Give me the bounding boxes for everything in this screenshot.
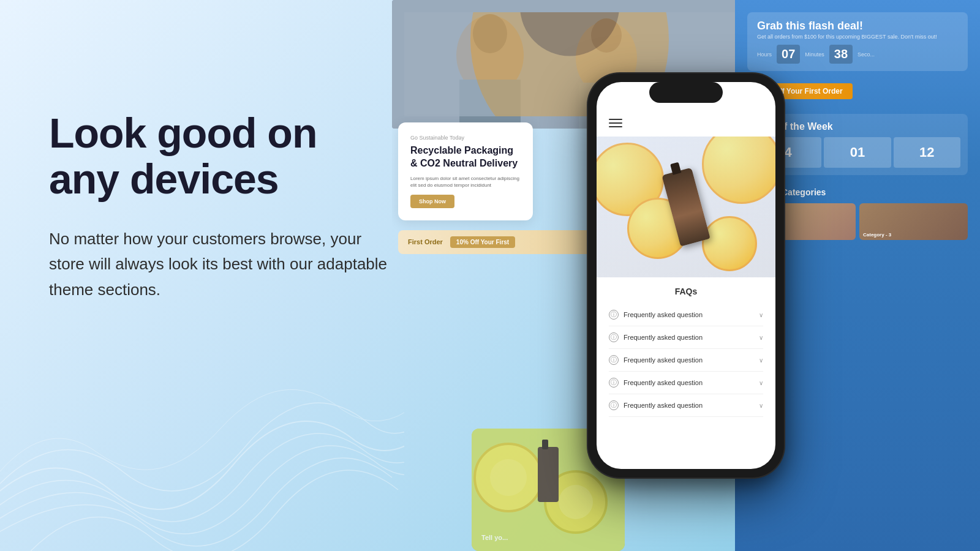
svg-rect-3 [459,80,521,129]
hamburger-line-3 [609,126,622,127]
flash-deal-subtitle: Get all orders from $100 for this upcomi… [757,34,958,40]
timer-minutes-box: 38 [829,45,853,64]
faq-chevron-3: ∨ [759,357,763,364]
svg-point-5 [591,18,622,53]
lemon-product-label: Tell yo... [481,534,508,541]
faq-text-2: Frequently asked question [624,334,703,341]
svg-point-9 [490,459,527,496]
faq-left-2: ⓘ Frequently asked question [609,332,703,342]
hamburger-line-2 [609,122,622,124]
faq-text-1: Frequently asked question [624,311,703,318]
eco-card: Go Sustainable Today Recyclable Packagin… [398,122,533,220]
deal-week-title: Deal of the Week [755,121,960,132]
faq-item-3[interactable]: ⓘ Frequently asked question ∨ [609,349,763,372]
deal-week-item-2: 01 [824,137,891,168]
faq-info-icon-4: ⓘ [609,378,619,388]
eco-card-title: Recyclable Packaging & CO2 Neutral Deliv… [410,144,521,170]
eco-shop-now-button[interactable]: Shop Now [410,195,454,208]
eco-card-subtitle: Go Sustainable Today [410,135,521,141]
faq-info-icon-5: ⓘ [609,400,619,410]
faq-info-icon-2: ⓘ [609,332,619,342]
category-label-2: Category - 3 [863,232,891,238]
deal-week-grid: 4 01 12 [755,137,960,168]
faq-item-4[interactable]: ⓘ Frequently asked question ∨ [609,372,763,394]
faq-chevron-1: ∨ [759,312,763,318]
dynamic-island [649,82,723,103]
deal-number-3: 12 [919,144,934,160]
svg-point-1 [456,15,524,95]
hamburger-line-1 [609,119,622,120]
minutes-label: Minutes [805,51,824,58]
faq-item-2[interactable]: ⓘ Frequently asked question ∨ [609,326,763,349]
phone-product-image [597,137,775,277]
phone-frame: FAQs ⓘ Frequently asked question ∨ ⓘ Fre… [588,73,784,478]
faq-info-icon-1: ⓘ [609,310,619,320]
faq-text-3: Frequently asked question [624,356,703,364]
timer-hours-box: 07 [777,45,800,64]
faq-left-5: ⓘ Frequently asked question [609,400,703,410]
deal-number-1: 4 [785,144,792,160]
left-section: Look good on any devices No matter how y… [49,110,392,302]
faq-left-1: ⓘ Frequently asked question [609,310,703,320]
deal-week-item-3: 12 [894,137,960,168]
faq-chevron-2: ∨ [759,334,763,341]
svg-rect-13 [542,440,548,449]
faq-info-icon-3: ⓘ [609,355,619,365]
faq-item-1[interactable]: ⓘ Frequently asked question ∨ [609,304,763,326]
faq-item-5[interactable]: ⓘ Frequently asked question ∨ [609,394,763,417]
svg-point-2 [473,14,507,53]
phone-screen: FAQs ⓘ Frequently asked question ∨ ⓘ Fre… [597,82,775,469]
faq-chevron-4: ∨ [759,380,763,386]
flash-deal-banner: Grab this flash deal! Get all orders fro… [747,12,968,71]
faqs-title: FAQs [609,287,763,296]
category-item-2: Category - 3 [859,203,968,240]
faq-left-3: ⓘ Frequently asked question [609,355,703,365]
hamburger-menu-button[interactable] [609,119,622,127]
offer-strip-label: First Order [408,238,443,246]
offer-strip: First Order 10% Off Your First [398,230,594,254]
faq-left-4: ⓘ Frequently asked question [609,378,703,388]
faq-text-4: Frequently asked question [624,379,703,386]
offer-strip-badge: 10% Off Your First [450,236,515,248]
timer-row: Hours 07 Minutes 38 Seco... [757,45,958,64]
main-headline: Look good on any devices [49,110,392,202]
eco-card-desc: Lorem ipsum dolor sit amet consectetur a… [410,175,521,189]
svg-point-11 [559,485,593,519]
right-section: Tell yo... Go Sustainable Today Recyclab… [392,0,980,551]
faq-text-5: Frequently asked question [624,402,703,409]
left-bg-panels: Go Sustainable Today Recyclable Packagin… [398,122,594,254]
deal-number-2: 01 [850,144,865,160]
phone-faqs-section: FAQs ⓘ Frequently asked question ∨ ⓘ Fre… [597,277,775,426]
hours-label: Hours [757,51,772,58]
wave-decoration [0,318,404,551]
flash-deal-title: Grab this flash deal! [757,20,958,32]
phone-mockup-container: FAQs ⓘ Frequently asked question ∨ ⓘ Fre… [588,73,784,478]
seconds-label: Seco... [858,51,875,58]
main-subtext: No matter how your customers browse, you… [49,227,392,303]
svg-rect-12 [538,447,559,502]
faq-chevron-5: ∨ [759,402,763,409]
